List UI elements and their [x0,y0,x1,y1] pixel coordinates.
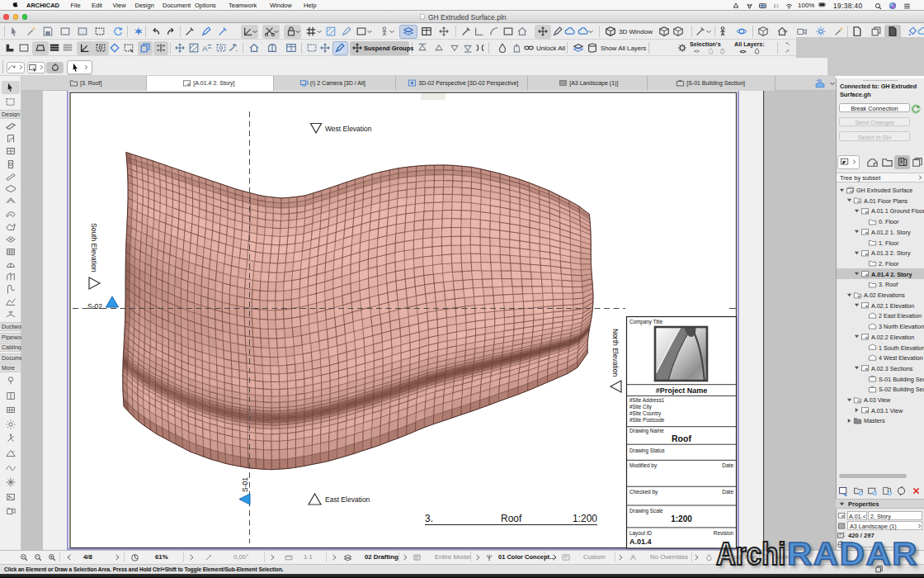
svg-text:Revision: Revision [714,530,734,536]
svg-text:West Elevation: West Elevation [325,125,372,133]
svg-text:Roof: Roof [672,434,691,443]
svg-text:#Project Name: #Project Name [656,386,708,395]
svg-text:Drawing Scale: Drawing Scale [629,508,663,514]
svg-text:Company Title: Company Title [629,319,663,325]
svg-text:#Site Address1: #Site Address1 [629,397,665,403]
svg-text:S-01: S-01 [241,477,249,492]
svg-text:A.01.4: A.01.4 [629,538,652,546]
svg-text:S-02: S-02 [87,302,102,310]
svg-text:α: α [12,449,15,453]
svg-text:3.: 3. [425,513,433,524]
svg-text:A: A [202,44,208,53]
svg-text:Drawing Name: Drawing Name [629,428,664,434]
svg-text:Roof: Roof [501,513,522,524]
svg-text:North Elevation: North Elevation [611,329,620,377]
svg-text:Layout ID: Layout ID [629,530,652,537]
svg-text:Date: Date [722,489,733,495]
svg-text:South Elevation: South Elevation [90,223,98,272]
svg-text:Modified by: Modified by [629,462,658,469]
svg-text:#Site City: #Site City [629,404,653,410]
svg-text:#Site Postcode: #Site Postcode [629,417,665,423]
svg-text:Drawing Status: Drawing Status [629,448,665,454]
svg-text:1:200: 1:200 [671,514,692,524]
svg-text:1:200: 1:200 [573,513,597,524]
svg-text:Checked by: Checked by [629,489,658,495]
svg-text:#Site Country: #Site Country [629,410,662,417]
svg-text:East Elevation: East Elevation [325,495,370,504]
svg-text:Date: Date [722,462,733,468]
